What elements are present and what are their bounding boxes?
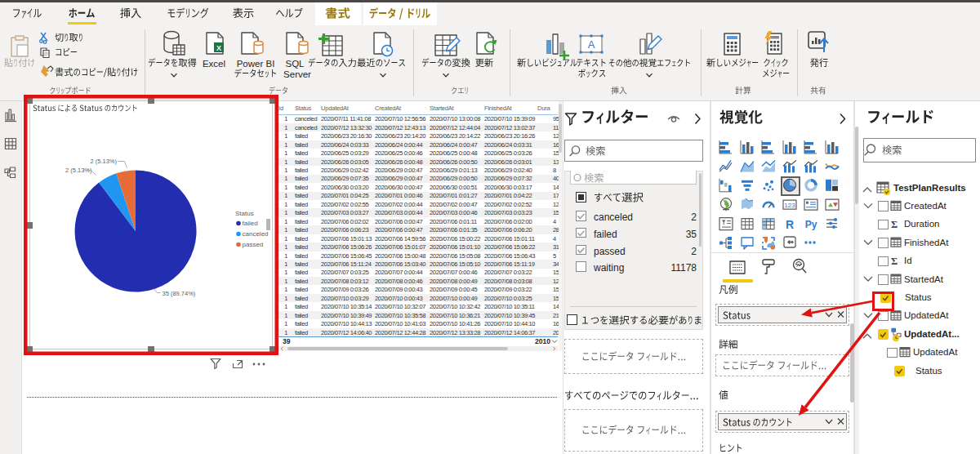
svg-text:Σ: Σ	[891, 219, 898, 230]
svg-text:X: X	[216, 44, 221, 52]
svg-text:A: A	[588, 38, 595, 51]
svg-text:123: 123	[784, 202, 795, 209]
svg-text:Py: Py	[805, 219, 817, 230]
svg-text:R: R	[786, 218, 794, 231]
svg-text:Σ: Σ	[891, 256, 898, 267]
